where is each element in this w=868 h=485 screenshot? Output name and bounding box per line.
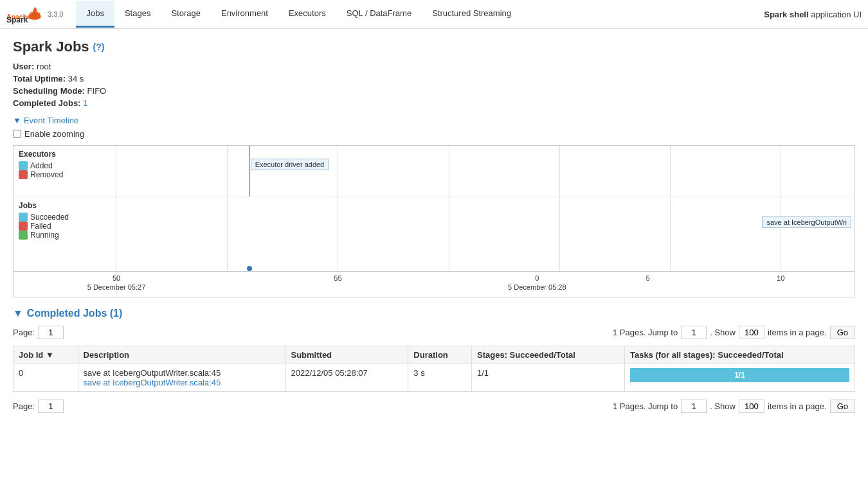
cell-description: save at IcebergOutputWriter.scala:45 sav…: [78, 364, 285, 392]
go-button-bottom[interactable]: Go: [830, 400, 855, 413]
succeeded-legend-label: Succeeded: [30, 213, 69, 222]
items-label-top: items in a page.: [768, 328, 827, 337]
jump-box-top: 1 Pages. Jump to . Show items in a page.…: [613, 326, 855, 339]
removed-legend-label: Removed: [30, 170, 63, 179]
jobs-table: Job Id ▼ Description Submitted Duration …: [13, 346, 855, 392]
items-label-bottom: items in a page.: [768, 401, 827, 411]
tasks-progress-bar: 1/1: [630, 368, 849, 382]
jobs-grid-2: [338, 197, 338, 271]
date-dec5-2: 5 December 05:28: [508, 283, 566, 291]
help-link[interactable]: (?): [93, 42, 105, 52]
nav-executors[interactable]: Executors: [278, 1, 336, 28]
uptime-value: 34 s: [68, 74, 84, 84]
uptime-row: Total Uptime: 34 s: [13, 74, 855, 84]
user-row: User: root: [13, 62, 855, 71]
failed-legend-box: [19, 222, 28, 231]
cell-stages: 1/1: [472, 364, 625, 392]
succeeded-legend-box: [19, 213, 28, 222]
completed-jobs-section[interactable]: ▼ Completed Jobs (1): [13, 308, 855, 319]
show-label-bottom: . Show: [710, 401, 736, 411]
event-timeline-label: Event Timeline: [24, 116, 78, 125]
page-label-bottom: Page:: [13, 401, 35, 411]
navbar: Apache Spark 3.3.0 Jobs Stages Storage E…: [0, 0, 868, 29]
version-label: 3.3.0: [48, 10, 63, 18]
go-button-top[interactable]: Go: [830, 326, 855, 339]
executor-row: Executors Added Removed: [14, 146, 854, 197]
th-tasks[interactable]: Tasks (for all stages): Succeeded/Total: [624, 346, 854, 364]
triangle-icon: ▼: [13, 116, 21, 125]
th-description[interactable]: Description: [78, 346, 285, 364]
jobs-grid-6: [781, 197, 781, 271]
failed-legend: Failed: [19, 222, 111, 231]
spark-logo-icon: Apache Spark: [6, 3, 45, 26]
completed-label: Completed Jobs:: [13, 98, 80, 108]
page-title-row: Spark Jobs (?): [13, 39, 855, 55]
nav-jobs[interactable]: Jobs: [76, 1, 114, 28]
tick-50: 50: [113, 274, 120, 282]
running-legend-label: Running: [30, 231, 59, 240]
jobs-chart-area: save at IcebergOutputWri: [116, 197, 854, 271]
jump-input-top[interactable]: [681, 326, 707, 339]
nav-sql[interactable]: SQL / DataFrame: [336, 1, 422, 28]
executor-section-title: Executors: [19, 150, 111, 159]
scheduling-row: Scheduling Mode: FIFO: [13, 86, 855, 96]
jobs-row: Jobs Succeeded Failed Running: [14, 197, 854, 271]
show-input-bottom[interactable]: [739, 400, 764, 413]
nav-stages[interactable]: Stages: [114, 1, 161, 28]
th-duration[interactable]: Duration: [408, 346, 472, 364]
pages-info-top: 1 Pages. Jump to: [613, 328, 678, 337]
jobs-grid-1: [227, 197, 228, 271]
completed-jobs-row: Completed Jobs: 1: [13, 98, 855, 108]
nav-links: Jobs Stages Storage Environment Executor…: [76, 1, 764, 28]
date-dec5-1: 5 December 05:27: [87, 283, 146, 291]
cell-tasks: 1/1: [624, 364, 854, 392]
enable-zoom-row: Enable zooming: [13, 129, 855, 139]
page-box-top: Page:: [13, 326, 64, 339]
event-timeline-toggle[interactable]: ▼ Event Timeline: [13, 116, 855, 125]
uptime-label: Total Uptime:: [13, 74, 66, 84]
app-title: Spark shell application UI: [764, 10, 862, 19]
zoom-label[interactable]: Enable zooming: [24, 129, 84, 139]
user-label: User:: [13, 62, 34, 71]
nav-streaming[interactable]: Structured Streaming: [422, 1, 521, 28]
scheduling-value: FIFO: [87, 86, 107, 96]
completed-jobs-link[interactable]: 1: [83, 98, 87, 108]
tick-55: 55: [334, 274, 341, 282]
grid-line-3: [449, 146, 449, 197]
page-input-top[interactable]: [38, 326, 64, 339]
jump-input-bottom[interactable]: [681, 400, 707, 413]
failed-legend-label: Failed: [30, 222, 51, 231]
jobs-section-title: Jobs: [19, 201, 111, 210]
tick-0: 0: [535, 274, 539, 282]
grid-line-5: [670, 146, 671, 197]
app-suffix: application UI: [811, 10, 862, 19]
tasks-progress-fill: 1/1: [630, 368, 849, 382]
grid-line-4: [559, 146, 560, 197]
main-content: Spark Jobs (?) User: root Total Uptime: …: [0, 29, 868, 429]
page-box-bottom: Page:: [13, 400, 64, 413]
nav-storage[interactable]: Storage: [161, 1, 211, 28]
succeeded-legend: Succeeded: [19, 213, 111, 222]
table-header: Job Id ▼ Description Submitted Duration …: [14, 346, 855, 364]
jump-box-bottom: 1 Pages. Jump to . Show items in a page.…: [613, 400, 855, 413]
page-input-bottom[interactable]: [38, 400, 64, 413]
executor-chart-area: Executor driver added: [116, 146, 854, 197]
th-submitted[interactable]: Submitted: [285, 346, 408, 364]
desc-main: save at IcebergOutputWriter.scala:45: [84, 368, 280, 378]
grid-line-2: [338, 146, 338, 197]
jobs-grid-3: [449, 197, 449, 271]
section-arrow-icon: ▼: [13, 308, 23, 319]
time-axis-ticks: 50 5 December 05:27 55 0 5 December 05:2…: [116, 272, 854, 297]
show-input-top[interactable]: [739, 326, 764, 339]
th-stages[interactable]: Stages: Succeeded/Total: [472, 346, 625, 364]
th-job-id[interactable]: Job Id ▼: [14, 346, 78, 364]
zoom-checkbox[interactable]: [13, 130, 21, 138]
show-label-top: . Show: [710, 328, 736, 337]
added-legend-box: [19, 161, 28, 170]
nav-environment[interactable]: Environment: [211, 1, 278, 28]
cell-duration: 3 s: [408, 364, 472, 392]
added-legend-label: Added: [30, 161, 53, 170]
page-title: Spark Jobs: [13, 39, 89, 55]
jobs-grid-4: [559, 197, 560, 271]
desc-link[interactable]: save at IcebergOutputWriter.scala:45: [84, 378, 221, 387]
